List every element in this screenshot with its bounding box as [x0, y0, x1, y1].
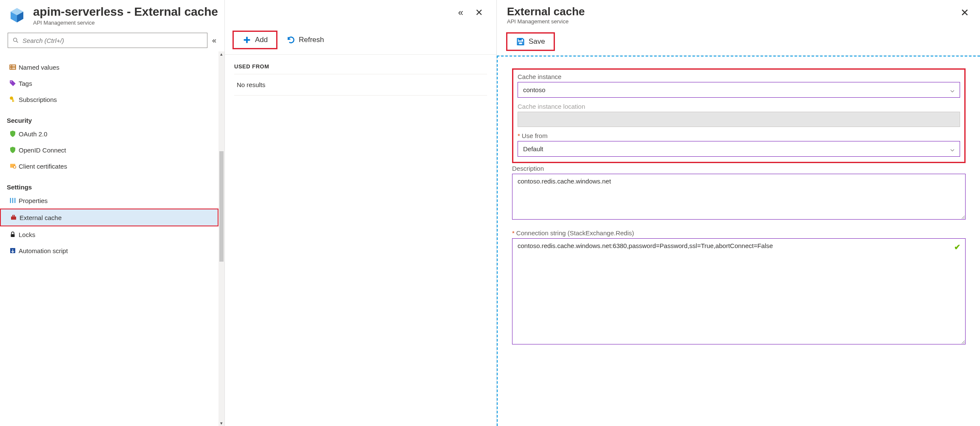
blade-header: External cache API Management service ✕: [497, 0, 980, 28]
svg-line-1: [17, 41, 18, 42]
cache-location-label: Cache instance location: [518, 103, 960, 110]
required-star-icon: *: [518, 132, 520, 139]
connection-label: *Connection string (StackExchange.Redis): [512, 229, 966, 237]
sidebar-item-automation-script[interactable]: Automation script: [0, 243, 218, 259]
chevron-down-icon: ⌵: [950, 145, 955, 153]
svg-point-0: [14, 38, 17, 42]
sidebar-scrollbar[interactable]: ▴ ▾: [218, 51, 224, 426]
sidebar: « Named values Tags: [0, 30, 224, 426]
middle-column: « ✕ Add Refresh USED FROM No results: [225, 0, 496, 426]
nav-label: OpenID Connect: [19, 147, 66, 154]
use-from-value: Default: [523, 145, 543, 152]
use-from-select[interactable]: Default ⌵: [518, 141, 960, 157]
nav-list: Named values Tags Subscriptions: [0, 51, 218, 426]
svg-point-11: [14, 166, 16, 168]
nav-label: Properties: [19, 197, 48, 204]
sidebar-item-subscriptions[interactable]: Subscriptions: [0, 91, 218, 107]
chevron-down-icon: ⌵: [950, 86, 955, 94]
nav-label: Locks: [19, 231, 35, 238]
sidebar-item-tags[interactable]: Tags: [0, 75, 218, 91]
highlight-form-top: Cache instance contoso ⌵ Cache instance …: [512, 68, 966, 163]
refresh-label: Refresh: [299, 36, 324, 44]
form-area: Cache instance contoso ⌵ Cache instance …: [497, 56, 980, 426]
mid-toolbar: Add Refresh: [225, 25, 496, 55]
svg-point-6: [11, 81, 11, 82]
sliders-icon: [7, 197, 19, 204]
connection-string-input[interactable]: [512, 238, 966, 344]
nav-label: OAuth 2.0: [19, 130, 48, 138]
highlight-add: Add: [232, 31, 277, 49]
add-label: Add: [255, 36, 268, 44]
right-blade: External cache API Management service ✕ …: [496, 0, 980, 426]
cache-instance-select[interactable]: contoso ⌵: [518, 82, 960, 98]
save-icon: [516, 37, 525, 46]
svg-rect-8: [12, 99, 13, 102]
svg-rect-16: [13, 215, 15, 217]
sidebar-item-properties[interactable]: Properties: [0, 192, 218, 209]
tag-icon: [7, 79, 19, 87]
sidebar-item-named-values[interactable]: Named values: [0, 59, 218, 75]
description-input[interactable]: [512, 174, 966, 220]
plus-icon: [242, 35, 252, 45]
nav-label: External cache: [20, 214, 62, 221]
sidebar-item-external-cache[interactable]: External cache: [0, 209, 218, 226]
description-label: Description: [512, 165, 966, 172]
scroll-up-icon[interactable]: ▴: [218, 51, 224, 57]
blade-title: External cache: [507, 5, 957, 18]
nav-label: Client certificates: [19, 163, 67, 170]
sidebar-item-client-certs[interactable]: Client certificates: [0, 158, 218, 174]
resource-cube-icon: [8, 7, 25, 25]
nav-label: Tags: [19, 80, 32, 87]
nav-section-security: Security: [0, 107, 218, 126]
nav-label: Named values: [19, 64, 59, 71]
sidebar-item-oauth[interactable]: OAuth 2.0: [0, 126, 218, 142]
grid-icon: [7, 63, 19, 71]
resource-header: apim-serverless - External cache API Man…: [0, 0, 224, 30]
refresh-icon: [287, 36, 295, 44]
add-button[interactable]: Add: [237, 34, 273, 46]
scroll-thumb[interactable]: [219, 151, 224, 262]
key-icon: [7, 96, 19, 103]
no-results-text: No results: [234, 74, 487, 96]
left-column: apim-serverless - External cache API Man…: [0, 0, 225, 426]
collapse-blade-icon[interactable]: «: [452, 7, 469, 18]
required-star-icon: *: [512, 229, 515, 237]
shield-icon: [7, 130, 19, 138]
cert-icon: [7, 162, 19, 170]
script-icon: [7, 247, 19, 254]
search-icon: [12, 37, 19, 44]
svg-rect-15: [11, 217, 16, 220]
sidebar-item-locks[interactable]: Locks: [0, 226, 218, 243]
svg-rect-17: [11, 234, 15, 237]
valid-check-icon: ✔: [954, 243, 960, 252]
cache-location-input: [518, 112, 960, 127]
blade-subtitle: API Management service: [507, 18, 957, 25]
highlight-save: Save: [506, 32, 555, 51]
resource-subtitle: API Management service: [33, 20, 220, 26]
close-blade-icon[interactable]: ✕: [469, 7, 489, 18]
use-from-label: *Use from: [518, 132, 960, 139]
toolbox-icon: [8, 214, 20, 221]
svg-rect-2: [10, 65, 16, 70]
search-input[interactable]: [8, 33, 207, 48]
nav-label: Subscriptions: [19, 96, 57, 103]
save-label: Save: [529, 37, 545, 46]
search-field[interactable]: [22, 37, 203, 44]
svg-rect-21: [518, 39, 521, 41]
lock-icon: [7, 231, 19, 238]
nav-label: Automation script: [19, 247, 68, 254]
cache-instance-label: Cache instance: [518, 73, 960, 80]
close-blade-button[interactable]: ✕: [957, 5, 972, 20]
column-header-used-from: USED FROM: [234, 63, 487, 74]
resource-title: apim-serverless - External cache: [33, 5, 220, 19]
refresh-button[interactable]: Refresh: [282, 34, 329, 46]
app-root: apim-serverless - External cache API Man…: [0, 0, 980, 426]
nav-section-settings: Settings: [0, 174, 218, 192]
shield-icon: [7, 146, 19, 154]
save-button[interactable]: Save: [511, 35, 550, 48]
cache-instance-value: contoso: [523, 86, 546, 93]
collapse-sidebar-button[interactable]: «: [207, 36, 221, 45]
scroll-down-icon[interactable]: ▾: [218, 420, 224, 426]
sidebar-item-openid[interactable]: OpenID Connect: [0, 142, 218, 158]
svg-rect-9: [12, 101, 14, 102]
